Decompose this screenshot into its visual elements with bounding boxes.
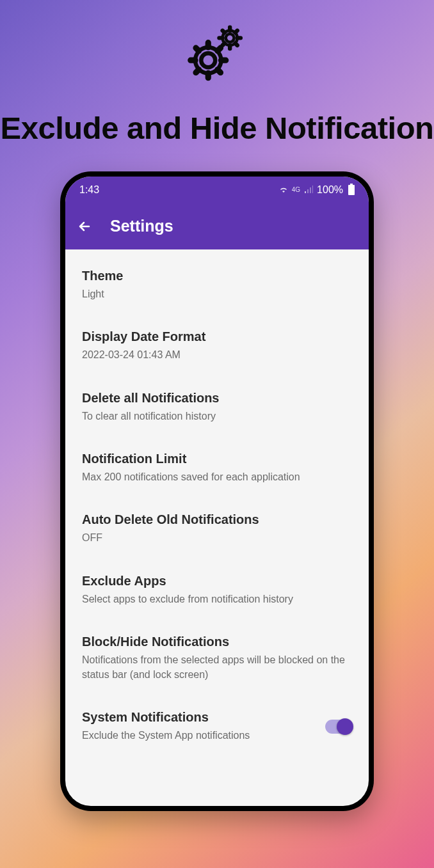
wifi-icon <box>279 186 288 194</box>
back-button[interactable] <box>77 219 92 234</box>
signal-icon <box>304 184 313 196</box>
network-type: 4G <box>292 186 300 193</box>
battery-icon <box>348 185 355 195</box>
setting-delete-all[interactable]: Delete all Notifications To clear all no… <box>65 377 369 438</box>
setting-auto-delete[interactable]: Auto Delete Old Notifications OFF <box>65 498 369 559</box>
app-bar: Settings <box>65 203 369 249</box>
gears-icon <box>182 19 252 92</box>
app-bar-title: Settings <box>110 217 173 235</box>
svg-point-2 <box>226 34 234 42</box>
settings-list[interactable]: Theme Light Display Date Format 2022-03-… <box>65 249 369 806</box>
system-notifications-toggle[interactable] <box>325 720 352 734</box>
setting-notification-limit[interactable]: Notification Limit Max 200 notifications… <box>65 438 369 498</box>
setting-theme[interactable]: Theme Light <box>65 255 369 315</box>
status-bar: 1:43 4G 100% <box>65 177 369 203</box>
setting-subtitle: Notifications from the selected apps wil… <box>82 653 352 682</box>
phone-frame: 1:43 4G 100% <box>60 171 374 811</box>
setting-subtitle: 2022-03-24 01:43 AM <box>82 348 352 362</box>
setting-subtitle: Max 200 notifications saved for each app… <box>82 470 352 484</box>
svg-point-0 <box>201 53 215 67</box>
phone-screen: 1:43 4G 100% <box>65 177 369 806</box>
promo-background: Exclude and Hide Notification 1:43 4G 10… <box>0 0 434 868</box>
setting-title: Notification Limit <box>82 452 352 466</box>
setting-block-hide[interactable]: Block/Hide Notifications Notifications f… <box>65 620 369 696</box>
promo-title: Exclude and Hide Notification <box>0 111 433 146</box>
setting-title: Auto Delete Old Notifications <box>82 512 352 527</box>
setting-system-notifications[interactable]: System Notifications Exclude the System … <box>65 696 369 757</box>
setting-date-format[interactable]: Display Date Format 2022-03-24 01:43 AM <box>65 315 369 376</box>
setting-subtitle: OFF <box>82 531 352 545</box>
setting-title: Exclude Apps <box>82 574 352 588</box>
setting-title: Block/Hide Notifications <box>82 635 352 649</box>
setting-subtitle: To clear all notification history <box>82 409 352 423</box>
setting-title: Delete all Notifications <box>82 391 352 406</box>
status-time: 1:43 <box>79 184 99 196</box>
setting-title: Display Date Format <box>82 329 352 344</box>
setting-subtitle: Exclude the System App notifications <box>82 729 321 743</box>
setting-subtitle: Select apps to exclude from notification… <box>82 592 352 606</box>
setting-title: System Notifications <box>82 710 321 725</box>
setting-title: Theme <box>82 269 352 283</box>
battery-percent: 100% <box>317 184 343 196</box>
setting-subtitle: Light <box>82 287 352 301</box>
setting-exclude-apps[interactable]: Exclude Apps Select apps to exclude from… <box>65 560 369 620</box>
